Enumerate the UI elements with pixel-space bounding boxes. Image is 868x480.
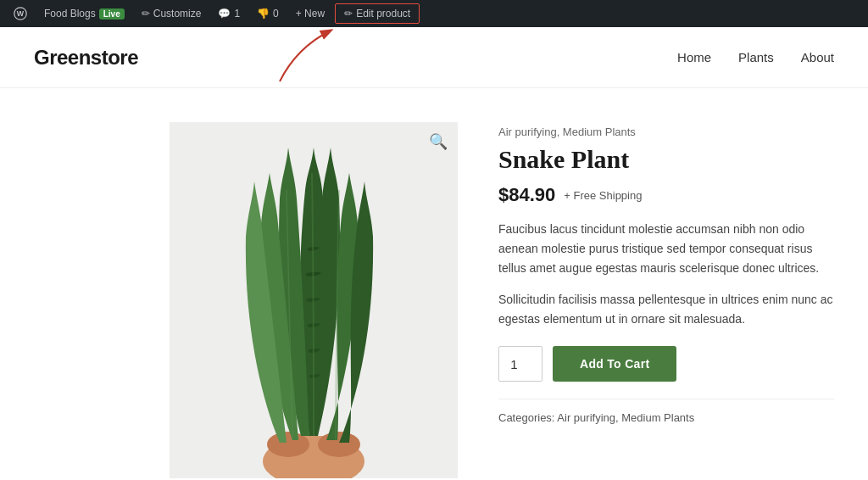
new-item[interactable]: + New [289,0,331,27]
customize-label: Customize [153,8,202,20]
edit-product-label: Edit product [356,8,410,20]
product-image-container: 🔍 [170,122,458,478]
nav-plants[interactable]: Plants [738,50,774,64]
site-name-item[interactable]: Food Blogs Live [37,0,131,27]
thumbs-count: 0 [273,8,279,20]
comments-count: 1 [234,8,240,20]
site-logo[interactable]: Greenstore [34,46,138,70]
zoom-icon[interactable]: 🔍 [429,132,448,151]
edit-product-button[interactable]: ✏ Edit product [335,3,420,24]
site-header: Greenstore Home Plants About [0,27,868,88]
live-badge: Live [99,8,125,20]
product-info: Air purifying, Medium Plants Snake Plant… [498,122,834,424]
thumbs-icon: 👎 [257,8,270,20]
site-nav: Home Plants About [677,50,834,64]
product-categories: Air purifying, Medium Plants [498,126,834,138]
product-price: $84.90 [498,184,555,206]
thumbs-item[interactable]: 👎 0 [250,0,286,27]
svg-text:W: W [17,9,25,18]
food-blogs-label: Food Blogs [44,8,96,20]
product-title: Snake Plant [498,145,834,174]
edit-pencil-icon: ✏ [344,8,353,20]
product-image [170,122,458,478]
customize-item[interactable]: ✏ Customize [135,0,209,27]
comments-icon: 💬 [218,8,231,20]
customize-icon: ✏ [142,8,150,20]
nav-home[interactable]: Home [677,50,711,64]
quantity-input[interactable] [498,346,542,382]
wp-icon-item[interactable]: W [7,0,34,27]
comments-item[interactable]: 💬 1 [211,0,247,27]
product-shipping: + Free Shipping [564,189,642,202]
product-area: 🔍 Air purifying, Medium Plants Snake Pla… [0,88,868,480]
admin-bar: W Food Blogs Live ✏ Customize 💬 1 👎 0 + … [0,0,868,27]
new-label: + New [296,8,325,20]
product-description-1: Faucibus lacus tincidunt molestie accums… [498,220,834,278]
svg-point-6 [318,432,360,457]
product-description-2: Sollicitudin facilisis massa pellentesqu… [498,290,834,329]
nav-about[interactable]: About [801,50,834,64]
add-to-cart-button[interactable]: Add To Cart [553,346,676,382]
product-category-line: Categories: Air purifying, Medium Plants [498,399,834,424]
main-content: 🔍 Air purifying, Medium Plants Snake Pla… [0,88,868,480]
add-to-cart-row: Add To Cart [498,346,834,382]
product-price-row: $84.90 + Free Shipping [498,184,834,206]
